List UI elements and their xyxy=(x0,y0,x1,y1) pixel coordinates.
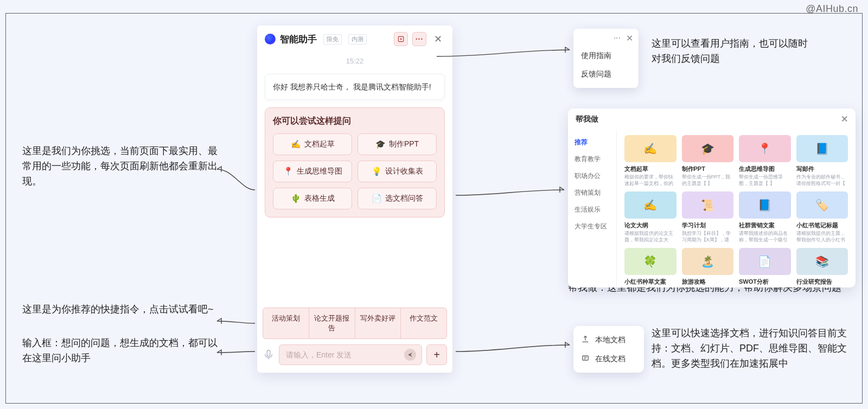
helpdo-category[interactable]: 教育教学 xyxy=(568,151,616,168)
anno-left-suggestions: 这里是我们为你挑选，当前页面下最实用、最常用的一些功能，每次页面刷新他都会重新出… xyxy=(22,144,218,189)
suggestion-icon: 🌵 xyxy=(291,194,301,203)
suggestion-label: 表格生成 xyxy=(304,194,335,203)
doc-source-item[interactable]: 在线文档 xyxy=(573,349,644,368)
helpdo-card-title: 论文大纲 xyxy=(624,221,676,229)
more-menu-button[interactable]: ··· xyxy=(412,32,426,46)
suggestion-icon: ✍️ xyxy=(291,139,301,149)
greeting-bubble: 你好 我想养只哈士奇， 我是腾讯文档智能助手! xyxy=(265,74,445,100)
helpdo-card-desc: 请根据我提供的论文主题，帮我拟定论文大纲。 xyxy=(624,231,676,242)
helpdo-card-desc: 请帮我描述你的商品名称，帮我生成一个吸引人的社群营销文案 xyxy=(739,231,791,242)
helpdo-card[interactable]: 📄 SWOT分析 作为分析专家，请根据具体... xyxy=(739,248,791,287)
quick-chip[interactable]: 论文开题报告 xyxy=(309,308,355,338)
chat-panel: 智能助手 限免 内测 ··· ✕ 15:22 你好 我想养只哈士奇， 我是腾讯文… xyxy=(257,25,452,373)
helpdo-card[interactable]: ✍️ 文档起草 根据你的要求，帮你快速起草一篇文档，你的主题是【 】 xyxy=(624,135,676,186)
doc-source-item[interactable]: 本地文档 xyxy=(573,330,644,349)
dropdown-close-icon[interactable]: ✕ xyxy=(626,33,633,43)
chat-input[interactable] xyxy=(286,345,400,365)
suggestion-item[interactable]: 🌵表格生成 xyxy=(273,188,352,209)
attach-doc-button[interactable]: + xyxy=(426,344,447,365)
suggestion-label: 选文档问答 xyxy=(385,194,423,203)
suggestion-label: 制作PPT xyxy=(389,139,419,149)
helpdo-card-desc: 请根据我提供研究行业，帮... xyxy=(796,287,848,287)
helpdo-card[interactable]: 🎓 制作PPT 帮你生成一份PPT，我的主题是【 】 xyxy=(682,135,734,186)
quick-chips: 活动策划论文开题报告写外卖好评作文范文 xyxy=(263,308,447,339)
helpdo-panel: 帮我做 ✕ 推荐教育教学职场办公营销策划生活娱乐大学生专区 ✍️ 文档起草 根据… xyxy=(568,108,856,287)
upload-icon xyxy=(581,335,590,345)
helpdo-card[interactable]: 📘 社群营销文案 请帮我描述你的商品名称，帮我生成一个吸引人的社群营销文案 xyxy=(739,191,791,242)
more-dropdown: ··· ✕ 使用指南反馈问题 xyxy=(573,29,639,88)
helpdo-card-title: SWOT分析 xyxy=(739,278,791,286)
dropdown-more-icon[interactable]: ··· xyxy=(614,33,621,43)
suggestion-item[interactable]: 📄选文档问答 xyxy=(358,188,437,209)
suggestion-label: 设计收集表 xyxy=(385,167,423,176)
helpdo-card-title: 文档起草 xyxy=(624,165,676,173)
helpdo-card-icon: 🎓 xyxy=(682,135,734,162)
helpdo-category[interactable]: 营销策划 xyxy=(568,184,616,201)
mic-icon[interactable] xyxy=(263,349,275,361)
helpdo-card-icon: 📘 xyxy=(796,135,848,162)
helpdo-card[interactable]: 🍀 小红书种草文案 请根据我提供的商品信息，... xyxy=(624,248,676,287)
helpdo-card-desc: 请帮我制定旅游行方案，我的地... xyxy=(682,287,734,287)
suggestion-icon: 📄 xyxy=(372,194,382,203)
suggestion-icon: 🎓 xyxy=(375,139,386,149)
frame: 这里是我们为你挑选，当前页面下最实用、最常用的一些功能，每次页面刷新他都会重新出… xyxy=(5,13,863,404)
helpdo-card-title: 写邮件 xyxy=(796,165,848,173)
helpdo-card-icon: ✍️ xyxy=(624,191,676,219)
suggestion-label: 生成思维导图 xyxy=(297,167,342,176)
quick-chip[interactable]: 活动策划 xyxy=(263,308,309,338)
suggestion-item[interactable]: 💡设计收集表 xyxy=(358,161,437,182)
dropdown-item[interactable]: 反馈问题 xyxy=(573,65,639,84)
helpdo-card[interactable]: 📚 行业研究报告 请根据我提供研究行业，帮... xyxy=(796,248,848,287)
suggestion-icon: 📍 xyxy=(283,167,293,176)
anno-left-chips: 这里是为你推荐的快捷指令，点击试试看吧~ xyxy=(22,302,214,317)
helpdo-category[interactable]: 职场办公 xyxy=(568,168,616,184)
helpdo-card[interactable]: 🏷️ 小红书笔记标题 请根据我提供的主题，帮我创作引人的小红书笔记标题 xyxy=(796,191,848,242)
suggestion-item[interactable]: 🎓制作PPT xyxy=(358,133,437,155)
quick-chip[interactable]: 写外卖好评 xyxy=(355,308,401,338)
suggestion-item[interactable]: ✍️文档起草 xyxy=(273,133,352,155)
close-button[interactable]: ✕ xyxy=(431,32,445,46)
svg-rect-2 xyxy=(583,356,589,360)
helpdo-category[interactable]: 推荐 xyxy=(568,134,616,151)
helpdo-card-desc: 帮你生成一份PPT，我的主题是【 】 xyxy=(682,174,734,186)
helpdo-card[interactable]: ✍️ 论文大纲 请根据我提供的论文主题，帮我拟定论文大纲。 xyxy=(624,191,676,242)
badge-beta: 内测 xyxy=(348,34,367,44)
svg-rect-1 xyxy=(267,350,270,356)
helpdo-card-icon: ✍️ xyxy=(624,135,676,162)
input-row: + xyxy=(257,344,452,373)
helpdo-close-icon[interactable]: ✕ xyxy=(841,114,848,124)
doc-source-label: 本地文档 xyxy=(595,335,626,345)
anno-right-menu: 这里可以查看用户指南，也可以随时对我们反馈问题 xyxy=(652,36,814,67)
helpdo-card-icon: 📄 xyxy=(739,248,791,275)
helpdo-card-title: 学习计划 xyxy=(682,221,734,229)
dropdown-item[interactable]: 使用指南 xyxy=(573,47,639,65)
suggestion-item[interactable]: 📍生成思维导图 xyxy=(273,161,352,182)
helpdo-card[interactable]: 🏝️ 旅游攻略 请帮我制定旅游行方案，我的地... xyxy=(682,248,734,287)
helpdo-card[interactable]: 📜 学习计划 我想学习【科目】，学习周期为【X周】，请帮我制定计划 xyxy=(682,191,734,242)
helpdo-card-icon: 📜 xyxy=(682,191,734,219)
new-doc-button[interactable] xyxy=(394,32,408,46)
helpdo-card-icon: 📘 xyxy=(739,191,791,219)
quick-chip[interactable]: 作文范文 xyxy=(401,308,446,338)
helpdo-card[interactable]: 📍 生成思维导图 帮你生成一份思维导图，主题是【 】 xyxy=(739,135,791,186)
helpdo-categories: 推荐教育教学职场办公营销策划生活娱乐大学生专区 xyxy=(568,130,617,287)
helpdo-category[interactable]: 大学生专区 xyxy=(568,218,616,235)
helpdo-card-title: 旅游攻略 xyxy=(682,278,734,286)
suggestion-title: 你可以尝试这样提问 xyxy=(273,116,437,127)
suggestion-label: 文档起草 xyxy=(304,139,335,149)
helpdo-card-icon: 🍀 xyxy=(624,248,676,275)
helpdo-category[interactable]: 生活娱乐 xyxy=(568,201,616,218)
anno-right-docs: 这里可以快速选择文档，进行知识问答目前支持：文档、幻灯片、PDF、思维导图、智能… xyxy=(652,326,852,372)
helpdo-card-title: 行业研究报告 xyxy=(796,278,848,286)
helpdo-card-icon: 🏝️ xyxy=(682,248,734,275)
cloud-icon xyxy=(581,354,590,364)
helpdo-grid: ✍️ 文档起草 根据你的要求，帮你快速起草一篇文档，你的主题是【 】 🎓 制作P… xyxy=(617,130,856,287)
badge-free: 限免 xyxy=(323,34,342,44)
helpdo-card-desc: 帮你生成一份思维导图，主题是【 】 xyxy=(739,174,791,186)
helpdo-card-title: 小红书种草文案 xyxy=(624,278,676,286)
chat-input-wrap xyxy=(279,344,422,365)
send-button[interactable] xyxy=(404,349,416,361)
helpdo-card-title: 小红书笔记标题 xyxy=(796,221,848,229)
anno-left-input: 输入框：想问的问题，想生成的文档，都可以在这里问小助手 xyxy=(22,336,218,366)
helpdo-card[interactable]: 📘 写邮件 作为专业的邮件秘书，请你按照格式写一封【 】的邮件 xyxy=(796,135,848,186)
